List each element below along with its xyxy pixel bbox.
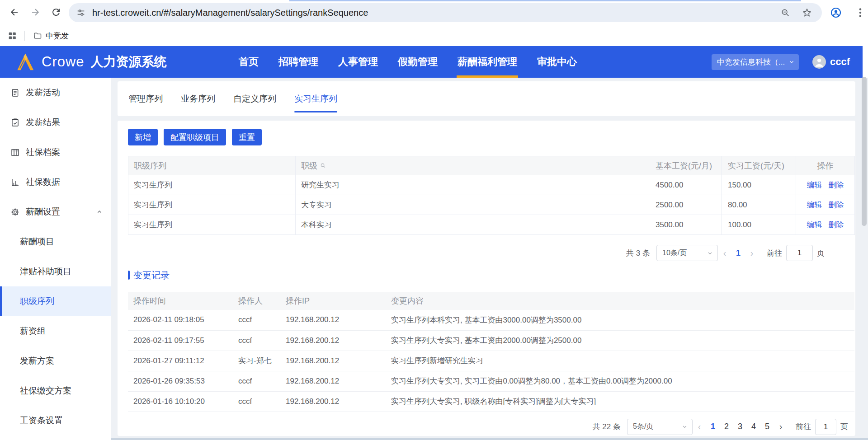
profile-icon[interactable]	[830, 7, 842, 19]
bookmarks-bar: 中竞发	[0, 25, 868, 46]
col-rank-label: 职级	[301, 160, 317, 171]
cell-rank: 研究生实习	[296, 175, 649, 195]
change-log-row: 2026-01-16 10:10:20 cccf 192.168.200.12 …	[128, 391, 854, 412]
cell-ip: 192.168.200.12	[280, 351, 386, 371]
col-rank: 职级	[296, 156, 649, 175]
nav-personnel[interactable]: 人事管理	[338, 46, 378, 78]
page-number[interactable]: 5	[761, 422, 773, 431]
sidebar-subitem-payslip-settings[interactable]: 工资条设置	[0, 406, 111, 435]
sidebar-subitem-allowance-items[interactable]: 津贴补助项目	[0, 257, 111, 286]
sidebar-subitem-label: 发薪方案	[20, 355, 54, 367]
forward-icon	[30, 7, 41, 18]
next-page-button[interactable]: ›	[746, 248, 758, 258]
tab-business-sequence[interactable]: 业务序列	[181, 81, 215, 116]
configure-rank-items-button[interactable]: 配置职级项目	[164, 129, 226, 145]
reset-button[interactable]: 重置	[232, 129, 262, 145]
sidebar-subitem-label: 工资条设置	[20, 415, 63, 426]
main-card: 新增 配置职级项目 重置 职级序列 职级 基本工资(元/月) 实习工资(元/天)…	[118, 121, 855, 436]
avatar[interactable]	[812, 55, 826, 69]
brand: Crowe 人力资源系统	[16, 46, 167, 78]
bookmark-folder[interactable]: 中竞发	[33, 31, 69, 41]
delete-link[interactable]: 删除	[829, 181, 844, 189]
cell-base-salary: 4500.00	[649, 175, 722, 195]
cell-content: 实习生序列大专实习, 职级名称由[专科实习]调整为[大专实习]	[386, 391, 854, 412]
prev-page-button[interactable]: ‹	[719, 248, 731, 258]
delete-link[interactable]: 删除	[829, 201, 844, 209]
col-sequence: 职级序列	[128, 156, 296, 175]
back-button[interactable]	[8, 6, 21, 19]
next-page-button[interactable]: ›	[775, 421, 787, 432]
cell-rank: 本科实习	[296, 215, 649, 235]
scrollbar[interactable]	[862, 77, 867, 226]
cell-operator: 实习-郑七	[233, 351, 280, 371]
forward-button[interactable]	[29, 6, 42, 19]
page-number[interactable]: 4	[748, 422, 760, 431]
edit-link[interactable]: 编辑	[807, 201, 822, 209]
edit-link[interactable]: 编辑	[807, 181, 822, 189]
page-number[interactable]: 1	[707, 422, 719, 431]
sidebar-item-label: 社保数据	[26, 176, 60, 188]
rank-table-row: 实习生序列 大专实习 2500.00 80.00 编辑删除	[128, 195, 855, 215]
page-number[interactable]: 2	[721, 422, 732, 431]
cell-time: 2026-02-11 09:17:55	[128, 330, 233, 351]
nav-salary-benefits[interactable]: 薪酬福利管理	[458, 46, 517, 78]
cell-sequence: 实习生序列	[128, 175, 296, 195]
tab-custom-sequence[interactable]: 自定义序列	[233, 81, 276, 116]
sidebar-item-label: 社保档案	[26, 146, 60, 158]
edit-link[interactable]: 编辑	[807, 220, 822, 229]
company-select[interactable]: 中竞发信息科技（...	[712, 54, 799, 70]
sidebar-subitem-label: 津贴补助项目	[20, 266, 71, 277]
back-icon	[9, 7, 20, 18]
sidebar-subitem-social-security-plan[interactable]: 社保缴交方案	[0, 376, 111, 406]
sidebar-subitem-salary-items[interactable]: 薪酬项目	[0, 227, 111, 257]
cell-content: 实习生序列大专实习, 实习工资由0.00调整为80.00，基本工资由0.00调整…	[386, 371, 854, 391]
url-text[interactable]: hr-test.croweit.cn/#/salaryManagement/sa…	[92, 8, 780, 18]
bottom-edge-strip	[111, 438, 868, 440]
sidebar-item-social-security-archive[interactable]: 社保档案	[0, 137, 111, 167]
refresh-button[interactable]	[50, 6, 62, 19]
star-icon[interactable]	[802, 8, 812, 18]
nav-recruitment[interactable]: 招聘管理	[278, 46, 318, 78]
sidebar-subitem-rank-sequence[interactable]: 职级序列	[0, 286, 111, 316]
sidebar-item-social-security-data[interactable]: 社保数据	[0, 167, 111, 197]
nav-attendance[interactable]: 假勤管理	[398, 46, 438, 78]
apps-grid-icon[interactable]	[7, 31, 17, 41]
app-header: Crowe 人力资源系统 首页 招聘管理 人事管理 假勤管理 薪酬福利管理 审批…	[0, 46, 863, 78]
sidebar-subitem-salary-group[interactable]: 薪资组	[0, 316, 111, 346]
page-number[interactable]: 3	[734, 422, 746, 431]
prev-page-button[interactable]: ‹	[693, 421, 705, 432]
add-button[interactable]: 新增	[128, 129, 158, 145]
goto-page-input[interactable]	[786, 245, 813, 261]
toolbar: 新增 配置职级项目 重置	[128, 129, 854, 145]
cell-base-salary: 2500.00	[649, 195, 722, 215]
page-number[interactable]: 1	[732, 248, 744, 258]
nav-approval-center[interactable]: 审批中心	[537, 46, 577, 78]
sidebar-item-label: 薪酬设置	[26, 206, 60, 218]
chevron-down-icon	[788, 58, 795, 66]
company-name: 中竞发信息科技（...	[717, 57, 788, 67]
goto-page-input[interactable]	[815, 419, 836, 435]
address-bar[interactable]: hr-test.croweit.cn/#/salaryManagement/sa…	[69, 3, 822, 22]
bookmark-label: 中竞发	[46, 31, 69, 41]
total-count: 共 22 条	[593, 421, 621, 432]
zoom-out-icon[interactable]	[780, 8, 790, 18]
col-operation-ip: 操作IP	[280, 292, 386, 310]
rank-table-pagination: 共 3 条 10条/页 ‹ 1 › 前往 页	[128, 245, 854, 261]
page-size-select[interactable]: 10条/页	[656, 245, 718, 261]
sidebar-subitem-payroll-plan[interactable]: 发薪方案	[0, 346, 111, 376]
sidebar-item-payroll-result[interactable]: 发薪结果	[0, 108, 111, 137]
goto-label: 前往	[767, 248, 782, 258]
rank-table-header-row: 职级序列 职级 基本工资(元/月) 实习工资(元/天) 操作	[128, 156, 855, 175]
tab-intern-sequence[interactable]: 实习生序列	[294, 81, 337, 116]
tab-management-sequence[interactable]: 管理序列	[128, 81, 163, 116]
delete-link[interactable]: 删除	[829, 220, 844, 229]
sidebar-item-payroll-activity[interactable]: 发薪活动	[0, 78, 111, 108]
nav-home[interactable]: 首页	[239, 46, 259, 78]
sidebar-item-salary-settings[interactable]: 薪酬设置	[0, 197, 111, 227]
site-settings-icon[interactable]	[76, 8, 86, 18]
page-size-select[interactable]: 5条/页	[627, 419, 693, 435]
cell-ip: 192.168.200.12	[280, 330, 386, 351]
menu-kebab-icon[interactable]	[854, 7, 866, 19]
search-icon[interactable]	[320, 162, 326, 169]
rank-table-row: 实习生序列 研究生实习 4500.00 150.00 编辑删除	[128, 175, 855, 195]
